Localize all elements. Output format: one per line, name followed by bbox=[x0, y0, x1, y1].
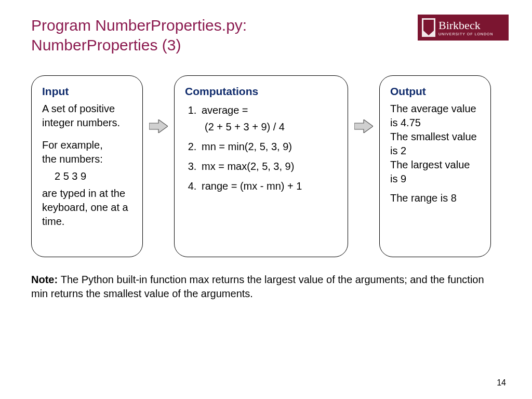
arrow-icon bbox=[148, 119, 169, 133]
comp-item-1: average = (2 + 5 + 3 + 9) / 4 bbox=[200, 102, 337, 135]
input-numbers: 2 5 3 9 bbox=[55, 169, 132, 183]
comp-item-3: mx = max(2, 5, 3, 9) bbox=[200, 158, 337, 175]
comp-item-4: range = (mx - mn) + 1 bbox=[200, 178, 337, 194]
output-title: Output bbox=[390, 85, 480, 98]
output-box: Output The average value is 4.75 The sma… bbox=[379, 75, 491, 257]
crest-icon bbox=[422, 18, 435, 37]
slide: Birkbeck UNIVERSITY OF LONDON Program Nu… bbox=[0, 0, 532, 399]
output-l2: The smallest value is 2 bbox=[390, 130, 480, 158]
page-number: 14 bbox=[497, 378, 506, 388]
comp-2a: mn = min(2, 5, 3, 9) bbox=[202, 141, 292, 152]
svg-marker-0 bbox=[149, 119, 168, 133]
input-title: Input bbox=[42, 85, 132, 98]
comp-item-2: mn = min(2, 5, 3, 9) bbox=[200, 138, 337, 155]
comp-list: average = (2 + 5 + 3 + 9) / 4 mn = min(2… bbox=[200, 102, 337, 194]
input-box: Input A set of positive integer numbers.… bbox=[31, 75, 143, 257]
output-l3: The largest value is 9 bbox=[390, 158, 480, 186]
input-p1: A set of positive integer numbers. bbox=[42, 102, 132, 130]
comp-4a: range = (mx - mn) + 1 bbox=[202, 180, 302, 192]
comp-3a: mx = max(2, 5, 3, 9) bbox=[202, 161, 294, 172]
computations-box: Computations average = (2 + 5 + 3 + 9) /… bbox=[174, 75, 348, 257]
note: Note: The Python built-in function max r… bbox=[31, 273, 488, 301]
title-line-2b: (3) bbox=[162, 36, 181, 54]
birkbeck-logo: Birkbeck UNIVERSITY OF LONDON bbox=[418, 15, 509, 41]
input-p2a: For example, bbox=[42, 138, 132, 152]
output-l4: The range is 8 bbox=[390, 191, 480, 205]
note-text: The Python built-in function max returns… bbox=[31, 274, 484, 299]
logo-subtitle: UNIVERSITY OF LONDON bbox=[438, 32, 493, 36]
arrow-icon bbox=[353, 119, 374, 133]
diagram-row: Input A set of positive integer numbers.… bbox=[31, 75, 506, 257]
svg-marker-1 bbox=[354, 119, 373, 133]
title-line-1: Program NumberProperties.py: bbox=[31, 17, 247, 34]
comp-1a: average = bbox=[202, 104, 248, 116]
logo-title: Birkbeck bbox=[438, 20, 493, 31]
note-label: Note: bbox=[31, 274, 61, 285]
input-p3: are typed in at the keyboard, one at a t… bbox=[42, 187, 132, 229]
comp-title: Computations bbox=[185, 85, 337, 98]
output-l1: The average value is 4.75 bbox=[390, 102, 480, 130]
input-p2b: the numbers: bbox=[42, 152, 132, 166]
comp-1b: (2 + 5 + 3 + 9) / 4 bbox=[205, 118, 337, 135]
title-line-2a: NumberProperties bbox=[31, 36, 162, 54]
